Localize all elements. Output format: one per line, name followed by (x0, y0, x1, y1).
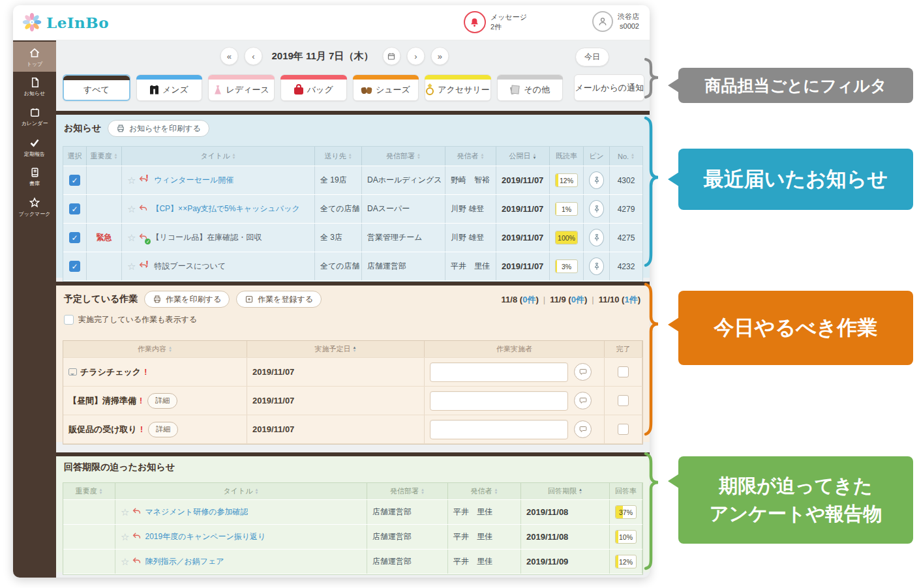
reply-icon (132, 556, 142, 567)
filter-tab-mail-notifications[interactable]: メールからの通知 (574, 74, 644, 101)
favorite-star-icon[interactable]: ☆ (121, 531, 129, 543)
notice-row: ☆ ! ウィンターセール開催 全 19店 DAホールディングス 野崎 智裕 20… (63, 166, 642, 195)
sidebar-item-reports[interactable]: 定期報告 (13, 132, 56, 162)
app-header: LeInBo メッセージ 2件 渋谷店 s0002 (13, 5, 650, 40)
notice-title-link[interactable]: 【CP】××Pay支払で5%キャッシュバック (151, 203, 299, 214)
speech-bubble-icon (579, 425, 588, 434)
sort-icon[interactable]: ▲▼ (99, 488, 103, 495)
filter-tab-ladies[interactable]: レディース (208, 74, 275, 101)
sidebar-item-top[interactable]: トップ (13, 42, 56, 72)
brace-tasks (640, 282, 660, 436)
notice-title-link[interactable]: ウィンターセール開催 (154, 175, 234, 186)
annotation-arrow (668, 317, 679, 332)
filter-tab-mens[interactable]: メンズ (136, 74, 203, 101)
sort-icon[interactable]: ▲▼ (348, 153, 352, 160)
sort-icon[interactable]: ▲▼ (168, 346, 172, 353)
notice-title[interactable]: 特設ブースについて (154, 261, 226, 272)
sidebar-item-label: 定期報告 (24, 151, 45, 158)
row-checkbox[interactable] (69, 175, 80, 186)
favorite-star-icon[interactable]: ☆ (127, 203, 136, 215)
deadlines-table-header: 重要度▲▼ タイトル▲▼ 発信部署▲▼ 発信者▲▼ 回答期限▲▼ 回答率 (63, 483, 642, 500)
deadline-title-link[interactable]: 陳列指示／お鍋フェア (145, 556, 224, 567)
notice-title[interactable]: 【リコール品】在庫確認・回収 (151, 232, 262, 243)
today-button[interactable]: 今日 (575, 48, 609, 66)
deadline-title-link[interactable]: 2019年度のキャンペーン振り返り (145, 531, 265, 542)
assignee-input[interactable] (430, 391, 568, 411)
done-checkbox[interactable] (618, 366, 629, 377)
book-icon (29, 166, 41, 179)
fast-prev-button[interactable]: « (220, 47, 238, 65)
print-notices-button[interactable]: お知らせを印刷する (108, 120, 209, 137)
show-completed-checkbox[interactable] (64, 315, 74, 325)
assignee-input[interactable] (430, 420, 568, 439)
print-tasks-button[interactable]: 作業を印刷する (144, 291, 230, 308)
sort-icon[interactable]: ▲▼ (255, 488, 259, 495)
comment-bubble-button[interactable] (574, 363, 592, 381)
filter-tab-all[interactable]: すべて (63, 74, 130, 101)
sort-icon[interactable]: ▲▼ (114, 153, 118, 160)
sort-icon[interactable]: ▲▼ (232, 153, 236, 160)
done-checkbox[interactable] (618, 424, 629, 435)
shoes-icon (361, 85, 372, 94)
comment-bubble-button[interactable] (574, 420, 592, 438)
messages-button[interactable]: メッセージ 2件 (464, 11, 527, 33)
pin-button[interactable] (589, 229, 604, 246)
row-checkbox[interactable] (69, 232, 80, 243)
sort-icon[interactable]: ▲▼ (579, 488, 582, 495)
pin-button[interactable] (589, 200, 604, 218)
pin-button[interactable] (589, 257, 604, 275)
next-day-button[interactable]: › (406, 47, 425, 65)
reply-icon (132, 531, 142, 542)
sidebar-item-archive[interactable]: 書庫 (13, 162, 56, 192)
favorite-star-icon[interactable]: ☆ (121, 507, 129, 518)
sort-icon[interactable]: ▲▼ (494, 488, 498, 495)
sidebar-item-notices[interactable]: お知らせ (13, 72, 56, 102)
logo[interactable]: LeInBo (22, 12, 109, 32)
tasks-table-header: 作業内容▲▼ 実施予定日▲▼ 作業実施者 完了 (63, 341, 642, 358)
favorite-star-icon[interactable]: ☆ (127, 232, 136, 244)
favorite-star-icon[interactable]: ☆ (127, 261, 136, 272)
detail-button[interactable]: 詳細 (148, 422, 178, 437)
sidebar-item-label: ブックマーク (19, 211, 51, 218)
favorite-star-icon[interactable]: ☆ (127, 175, 136, 186)
document-icon (29, 76, 41, 89)
read-rate-badge: 12% (555, 173, 578, 187)
register-task-button[interactable]: 作業を登録する (236, 291, 322, 308)
deadlines-table: 重要度▲▼ タイトル▲▼ 発信部署▲▼ 発信者▲▼ 回答期限▲▼ 回答率 ☆ マ… (63, 482, 643, 575)
detail-button[interactable]: 詳細 (147, 393, 177, 409)
user-menu[interactable]: 渋谷店 s0002 (592, 11, 639, 32)
prev-day-button[interactable]: ‹ (244, 47, 262, 65)
sort-icon[interactable]: ▲▼ (533, 153, 537, 160)
assignee-input[interactable] (430, 362, 568, 382)
sort-icon[interactable]: ▲▼ (481, 153, 485, 160)
date-navigation: « ‹ 2019年 11月 7日（木） › » 今日 (56, 47, 650, 68)
filter-tab-shoes[interactable]: シューズ (353, 74, 419, 101)
deadline-title-link[interactable]: マネジメント研修の参加確認 (145, 507, 248, 518)
fast-next-button[interactable]: » (430, 47, 449, 65)
sort-icon[interactable]: ▲▼ (631, 153, 635, 160)
sort-icon[interactable]: ▲▼ (353, 346, 357, 353)
filter-tab-accessories[interactable]: アクセサリー (425, 74, 491, 101)
tasks-table: 作業内容▲▼ 実施予定日▲▼ 作業実施者 完了 チラシチェック! 2019/11… (63, 340, 643, 445)
pin-button[interactable] (589, 171, 604, 189)
sort-icon[interactable]: ▲▼ (417, 153, 421, 160)
filter-tab-bags[interactable]: バッグ (280, 74, 347, 101)
speech-bubble-icon (579, 368, 588, 376)
sidebar-item-bookmark[interactable]: ブックマーク (13, 192, 56, 222)
annotation-arrow (668, 78, 679, 93)
notices-table: 選択 重要度▲▼ タイトル▲▼ 送り先▲▼ 発信部署▲▼ 発信者▲▼ 公開日▲▼… (63, 146, 643, 282)
sidebar-item-calendar[interactable]: カレンダー (13, 102, 56, 132)
annotation-notices: 最近届いたお知らせ (678, 149, 913, 210)
favorite-star-icon[interactable]: ☆ (121, 556, 129, 568)
calendar-picker-button[interactable] (382, 47, 400, 65)
filter-tab-others[interactable]: その他 (497, 74, 564, 101)
done-checkbox[interactable] (618, 395, 629, 406)
comment-bubble-button[interactable] (574, 392, 592, 409)
sort-icon[interactable]: ▲▼ (421, 488, 425, 495)
row-checkbox[interactable] (69, 203, 80, 214)
notices-table-header: 選択 重要度▲▼ タイトル▲▼ 送り先▲▼ 発信部署▲▼ 発信者▲▼ 公開日▲▼… (63, 147, 642, 166)
logo-text: LeInBo (46, 14, 109, 31)
sidebar-item-label: お知らせ (24, 90, 46, 97)
notices-section: お知らせ お知らせを印刷する 選択 重要度▲▼ タイトル▲▼ 送り先▲▼ 発信部… (56, 111, 650, 278)
row-checkbox[interactable] (69, 261, 80, 272)
